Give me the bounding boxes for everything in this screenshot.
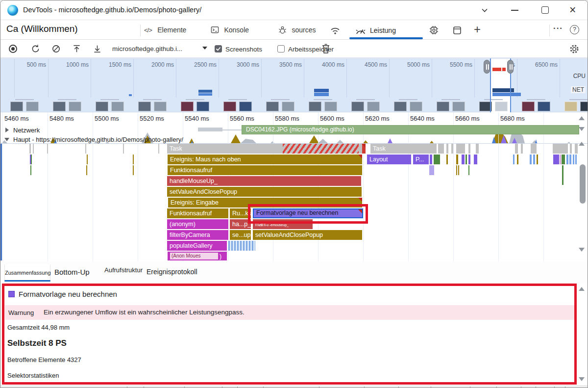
main-thread-label: Haupt - https://microsoftedge.github.io/…	[13, 136, 183, 143]
filmstrip-frame[interactable]	[5, 98, 45, 112]
tab-elemente[interactable]: </> Elemente	[144, 26, 186, 34]
help-button[interactable]: ?	[570, 25, 579, 34]
filmstrip-frame[interactable]	[304, 98, 343, 112]
expand-network-icon[interactable]	[5, 128, 9, 132]
filmstrip-frame[interactable]	[389, 98, 428, 112]
overview-tick-label: 4000 ms	[309, 61, 344, 68]
tab-leistung[interactable]: Leistung	[349, 21, 423, 39]
scroll-up-icon[interactable]	[579, 142, 585, 146]
net-activity-bar	[198, 93, 212, 96]
flame-bar-event-mouseup[interactable]: Ereignis: Maus nach oben	[168, 155, 362, 164]
frame-thumbnail	[495, 102, 508, 111]
overview-tick-label: 1500 ms	[96, 61, 131, 68]
settings-gear-icon[interactable]	[569, 44, 580, 54]
detail-tick-label: 5620 ms	[365, 115, 390, 122]
tab-aufrufstruktur[interactable]: Aufrufstruktur	[104, 266, 143, 274]
scroll-up-icon[interactable]	[579, 287, 585, 291]
filmstrip-frame[interactable]	[517, 98, 556, 112]
tab-konsole[interactable]: Konsole	[210, 25, 249, 34]
net-activity-bar	[314, 89, 329, 92]
dropdown-caret-icon[interactable]	[202, 47, 207, 50]
flame-bar-task2[interactable]: Task	[370, 144, 437, 154]
clear-button[interactable]	[51, 44, 61, 53]
flame-bar-layout[interactable]: Layout	[367, 155, 411, 164]
flame-bar-function-call2[interactable]: Funktionsaufruf	[167, 208, 228, 218]
flame-bar-anon-clipped[interactable]: (Anon Moues )	[168, 252, 227, 260]
flame-bar-anonymous[interactable]: (anonym)	[167, 219, 228, 229]
net-activity-bar	[198, 90, 212, 93]
device-emulation-icon[interactable]	[452, 26, 462, 35]
net-activity-bar	[492, 93, 521, 96]
frame-thumbnail	[96, 102, 108, 111]
scroll-down-icon[interactable]	[579, 377, 585, 381]
memory-checkbox[interactable]	[277, 45, 285, 52]
tab-welcome[interactable]: Ca (Willkommen)	[6, 24, 78, 34]
flame-bar-seup[interactable]: se...up	[230, 230, 251, 240]
performance-toolbar: microsoftedge.github.i... Screenshots Ar…	[0, 40, 588, 58]
filmstrip-frame[interactable]	[474, 98, 514, 112]
filmstrip-frame[interactable]	[48, 98, 87, 112]
filmstrip-frame[interactable]	[176, 98, 215, 112]
network-conditions-icon[interactable]	[330, 26, 341, 35]
filmstrip-frame[interactable]	[261, 98, 300, 112]
frame-caption	[441, 99, 460, 100]
tab-zusammenfassung[interactable]: Zusammenfassung	[4, 264, 50, 282]
flame-bar-task[interactable]: Task	[167, 144, 366, 154]
flame-bar-function-call[interactable]: Funktionsaufruf	[168, 165, 362, 175]
screenshots-checkbox[interactable]	[215, 45, 222, 52]
history-dropdown[interactable]: microsoftedge.github.i...	[112, 44, 182, 53]
maximize-button[interactable]	[541, 6, 549, 14]
detail-tick-label: 5520 ms	[140, 115, 164, 122]
flame-bar-paint[interactable]: P...	[413, 155, 429, 164]
scroll-down-icon[interactable]	[579, 248, 585, 252]
selection-left-handle[interactable]	[484, 60, 490, 74]
frame-caption	[228, 99, 247, 100]
filmstrip-frame[interactable]	[346, 98, 386, 112]
filmstrip-frame[interactable]	[219, 98, 258, 112]
flame-bar-handle-mouse-up2[interactable]: han-u -emouseup_	[253, 219, 313, 229]
trash-icon[interactable]	[321, 43, 330, 54]
warning-label: Warnung	[8, 309, 34, 316]
download-profile-button[interactable]	[93, 44, 102, 53]
network-connector	[222, 129, 242, 130]
flame-bar-handle-mouse-up[interactable]: handleMouseUp_	[167, 176, 361, 186]
tab-ereignisprotokoll[interactable]: Ereignisprotokoll	[147, 268, 197, 276]
chevron-down-icon[interactable]	[481, 6, 489, 14]
reload-record-button[interactable]	[31, 44, 40, 53]
filmstrip-frame[interactable]	[91, 98, 130, 112]
more-options-button[interactable]: ···	[553, 24, 563, 33]
flame-bar-set-value[interactable]: setValueAndClosePopup	[167, 187, 362, 197]
warning-banner: Warnung Ein erzwungener Umflow ist ein w…	[5, 305, 575, 320]
upload-profile-button[interactable]	[72, 44, 81, 53]
active-tab-underline	[4, 280, 50, 282]
selection-right-handle[interactable]	[507, 60, 514, 74]
filmstrip-frame[interactable]	[432, 98, 471, 112]
flame-bar-hap[interactable]: ha...p_	[230, 219, 251, 229]
network-request-bar[interactable]: DSC04162.JPG (microsoftedge.github.io)	[242, 125, 579, 134]
minimize-button[interactable]	[511, 10, 518, 11]
tab-sources[interactable]: sources	[278, 25, 316, 34]
filmstrip-frame[interactable]	[560, 98, 588, 112]
filmstrip-frame[interactable]	[133, 98, 172, 112]
timeline-overview[interactable]: 500 ms1000 ms1500 ms2000 ms2500 ms3000 m…	[0, 58, 588, 98]
close-button[interactable]: ×	[569, 3, 576, 17]
frame-caption	[15, 99, 34, 100]
warning-text: Ein erzwungener Umflow ist ein wahrschei…	[44, 309, 245, 316]
collapse-main-icon[interactable]	[4, 138, 9, 141]
flame-bar-recalculate-style-selected[interactable]: Formatvorlage neu berechnen	[253, 208, 363, 218]
record-button[interactable]	[9, 45, 17, 53]
flame-bar-set-value2[interactable]: setValueAndClosePopup	[253, 230, 362, 240]
chip-icon[interactable]	[429, 25, 439, 35]
flame-bar-micro-tasks[interactable]	[228, 241, 255, 251]
scrollbar-thumb[interactable]	[580, 164, 586, 204]
tab-bottom-up[interactable]: Bottom-Up	[54, 268, 90, 276]
detail-tick-label: 5600 ms	[320, 115, 344, 122]
scroll-up-icon[interactable]	[579, 116, 585, 120]
flame-bar-event-input[interactable]: Ereignis: Eingabe	[168, 198, 362, 207]
event-color-swatch	[8, 291, 15, 297]
frame-thumbnail	[564, 102, 577, 111]
add-tab-button[interactable]: +	[474, 23, 481, 36]
flame-bar-filter-by-camera[interactable]: filterByCamera	[167, 230, 228, 240]
flame-bar-ruks[interactable]: Ru...ks	[230, 208, 251, 218]
flame-bar-populate-gallery[interactable]: populateGallery	[167, 241, 227, 251]
